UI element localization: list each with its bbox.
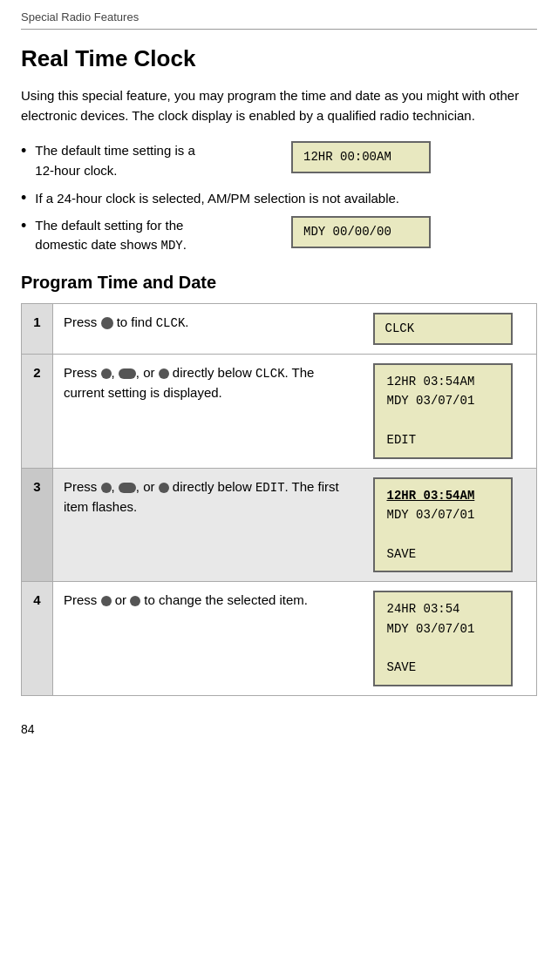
lcd-step-4: 24HR 03:54 MDY 03/07/01 SAVE xyxy=(373,591,513,686)
step-row-4: 4 Press or to change the selected item. … xyxy=(22,582,537,696)
btn-icon-2b xyxy=(119,368,136,379)
step-text-1: Press to find CLCK. xyxy=(53,304,363,355)
step-number-3: 3 xyxy=(22,468,53,582)
code-clck-1: CLCK xyxy=(156,316,186,330)
page-number: 84 xyxy=(21,722,537,736)
bullet-dot-3: • xyxy=(21,218,26,233)
step-text-2: Press , , or directly below CLCK. The cu… xyxy=(53,355,363,469)
step-text-3: Press , , or directly below EDIT. The fi… xyxy=(53,468,363,582)
bullet-dot-1: • xyxy=(21,143,26,159)
btn-icon-2a xyxy=(101,368,112,379)
display-12hr-default: 12HR 00:00AM xyxy=(291,141,431,173)
step-number-1: 1 xyxy=(22,304,53,355)
bullet-dot-2: • xyxy=(21,189,26,207)
step-row-3: 3 Press , , or directly below EDIT. The … xyxy=(22,468,537,582)
bullet-item-1: • The default time setting is a12-hour c… xyxy=(21,141,537,180)
bullet-text-1: The default time setting is a12-hour clo… xyxy=(35,141,194,180)
intro-paragraph: Using this special feature, you may prog… xyxy=(21,86,537,125)
code-edit-3: EDIT xyxy=(255,481,285,495)
display-mdy-default: MDY 00/00/00 xyxy=(291,216,431,248)
step-text-4: Press or to change the selected item. xyxy=(53,582,363,696)
step-number-2: 2 xyxy=(22,355,53,469)
btn-icon-3a xyxy=(101,483,112,493)
btn-icon-2c xyxy=(159,368,169,379)
step-display-2: 12HR 03:54AM MDY 03/07/01 EDIT xyxy=(363,355,537,469)
lcd-flash-text: 12HR 03:54AM xyxy=(387,489,475,503)
btn-icon-1 xyxy=(101,317,113,329)
step-display-3: 12HR 03:54AM MDY 03/07/01 SAVE xyxy=(363,468,537,582)
bullet-text-3: The default setting for thedomestic date… xyxy=(35,216,187,256)
header-text: Special Radio Features xyxy=(21,10,139,24)
code-clck-2: CLCK xyxy=(255,367,285,381)
section-title: Program Time and Date xyxy=(21,273,537,293)
step-display-1: CLCK xyxy=(363,304,537,355)
bullet-item-3: • The default setting for thedomestic da… xyxy=(21,216,537,256)
btn-icon-3b xyxy=(119,483,136,493)
lcd-step-3: 12HR 03:54AM MDY 03/07/01 SAVE xyxy=(373,477,513,573)
bullet-text-2: If a 24-hour clock is selected, AM/PM se… xyxy=(35,189,399,209)
page-title: Real Time Clock xyxy=(21,45,537,72)
step-row-1: 1 Press to find CLCK. CLCK xyxy=(22,304,537,355)
lcd-step-1: CLCK xyxy=(373,313,513,345)
bullet-item-2: • If a 24-hour clock is selected, AM/PM … xyxy=(21,189,537,209)
step-display-4: 24HR 03:54 MDY 03/07/01 SAVE xyxy=(363,582,537,696)
btn-icon-4b xyxy=(130,596,140,606)
btn-icon-4a xyxy=(101,596,112,606)
step-number-4: 4 xyxy=(22,582,53,696)
page-header: Special Radio Features xyxy=(21,10,537,30)
lcd-step-2: 12HR 03:54AM MDY 03/07/01 EDIT xyxy=(373,363,513,459)
step-row-2: 2 Press , , or directly below CLCK. The … xyxy=(22,355,537,469)
steps-table: 1 Press to find CLCK. CLCK 2 Press , , o… xyxy=(21,303,537,696)
btn-icon-3c xyxy=(159,483,169,493)
